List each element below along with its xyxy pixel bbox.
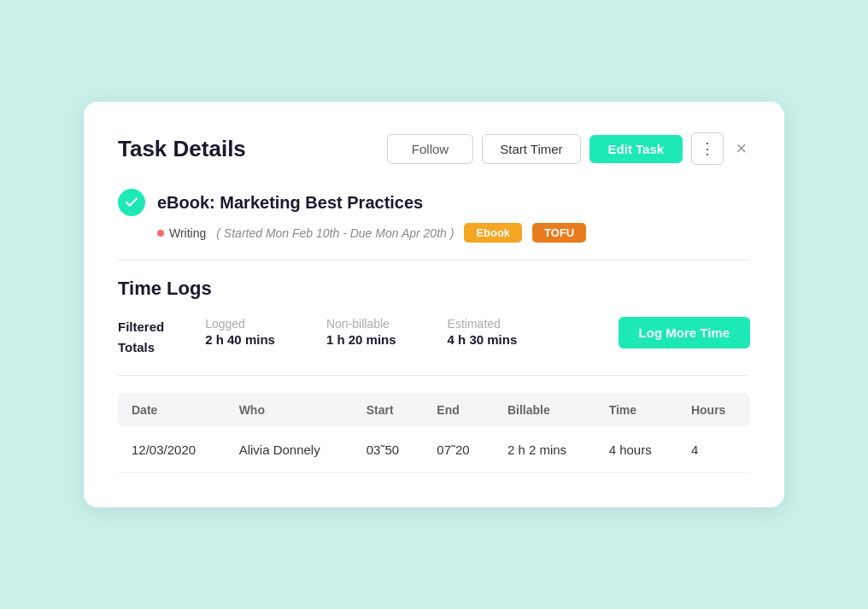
divider-1 [118,260,750,261]
cell-who: Alivia Donnely [226,427,353,473]
totals-logged: Logged 2 h 40 mins [205,317,275,347]
table-header-row: Date Who Start End Billable Time Hours [118,393,750,427]
col-who: Who [226,393,353,427]
tag-ebook: Ebook [464,223,522,243]
page-title: Task Details [118,136,246,162]
card-header: Task Details Follow Start Timer Edit Tas… [118,132,750,165]
col-time: Time [595,393,677,427]
col-end: End [423,393,494,427]
totals-row: Filtered Totals Logged 2 h 40 mins Non-b… [118,317,750,358]
cell-hours: 4 [677,427,750,473]
cell-start: 03˜50 [353,427,424,473]
close-button[interactable]: × [732,134,750,163]
more-options-button[interactable]: ⋮ [691,132,724,165]
start-timer-button[interactable]: Start Timer [482,134,580,164]
cell-billable: 2 h 2 mins [494,427,595,473]
task-status: Writing [157,226,206,240]
header-actions: Follow Start Timer Edit Task ⋮ × [387,132,750,165]
task-complete-icon [118,189,145,216]
task-dates: ( Started Mon Feb 10th - Due Mon Apr 20t… [216,226,454,240]
task-info: eBook: Marketing Best Practices [118,189,750,216]
status-dot-icon [157,230,164,237]
task-meta: Writing ( Started Mon Feb 10th - Due Mon… [157,223,750,243]
divider-2 [118,375,750,376]
task-name: eBook: Marketing Best Practices [157,193,423,213]
status-label: Writing [169,226,206,240]
cell-date: 12/03/2020 [118,427,226,473]
edit-task-button[interactable]: Edit Task [589,135,683,163]
cell-end: 07˜20 [423,427,494,473]
col-date: Date [118,393,226,427]
totals-label: Filtered Totals [118,317,164,358]
col-hours: Hours [677,393,750,427]
table-row: 12/03/2020 Alivia Donnely 03˜50 07˜20 2 … [118,427,750,473]
totals-estimated: Estimated 4 h 30 mins [448,317,518,347]
time-logs-title: Time Logs [118,278,750,300]
time-logs-section: Time Logs Filtered Totals Logged 2 h 40 … [118,278,750,473]
col-start: Start [353,393,424,427]
col-billable: Billable [494,393,595,427]
time-logs-table: Date Who Start End Billable Time Hours 1… [118,393,750,473]
totals-non-billable: Non-billable 1 h 20 mins [326,317,396,347]
cell-time: 4 hours [595,427,677,473]
log-more-time-button[interactable]: Log More Time [619,317,750,348]
task-details-card: Task Details Follow Start Timer Edit Tas… [84,102,784,507]
totals-group: Logged 2 h 40 mins Non-billable 1 h 20 m… [205,317,577,347]
follow-button[interactable]: Follow [387,134,473,164]
tag-tofu: TOFU [532,223,586,243]
